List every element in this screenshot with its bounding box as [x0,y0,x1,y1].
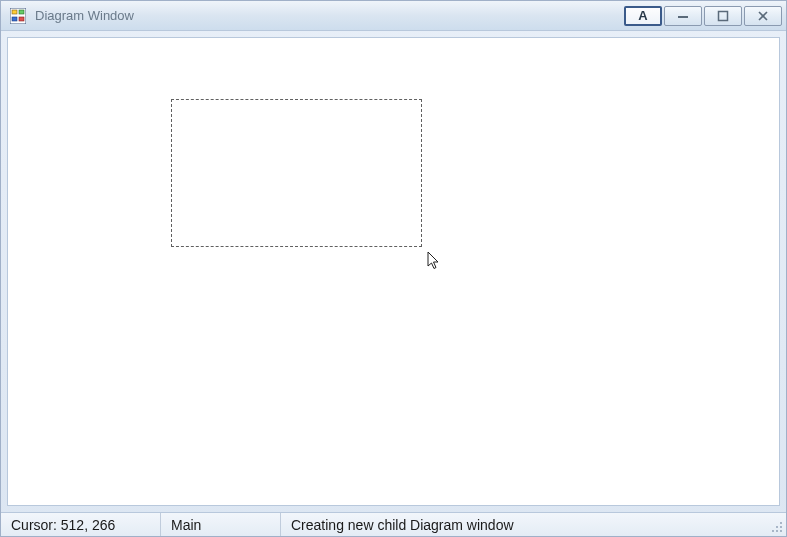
svg-rect-1 [12,10,17,14]
selection-rectangle [171,99,422,247]
maximize-button[interactable] [704,6,742,26]
svg-point-9 [780,522,782,524]
a-button[interactable]: A [624,6,662,26]
titlebar[interactable]: Diagram Window A [1,1,786,31]
diagram-canvas[interactable] [7,37,780,506]
statusbar: Cursor: 512, 266 Main Creating new child… [1,512,786,536]
status-mode: Main [161,513,281,536]
minimize-icon [677,10,689,22]
resize-grip-icon [771,521,783,533]
svg-point-10 [776,526,778,528]
app-window: Diagram Window A [0,0,787,537]
svg-point-13 [776,530,778,532]
status-message: Creating new child Diagram window [281,513,768,536]
svg-rect-3 [12,17,17,21]
svg-rect-2 [19,10,24,14]
window-controls: A [624,6,782,26]
status-cursor: Cursor: 512, 266 [1,513,161,536]
svg-rect-5 [678,16,688,18]
resize-grip[interactable] [768,513,786,536]
svg-rect-4 [19,17,24,21]
svg-point-14 [780,530,782,532]
maximize-icon [717,10,729,22]
close-button[interactable] [744,6,782,26]
close-icon [757,10,769,22]
a-button-label: A [638,8,647,23]
svg-point-11 [780,526,782,528]
cursor-pointer-icon [427,251,443,274]
svg-rect-6 [719,11,728,20]
app-icon [9,7,27,25]
minimize-button[interactable] [664,6,702,26]
svg-point-12 [772,530,774,532]
window-title: Diagram Window [33,8,624,23]
